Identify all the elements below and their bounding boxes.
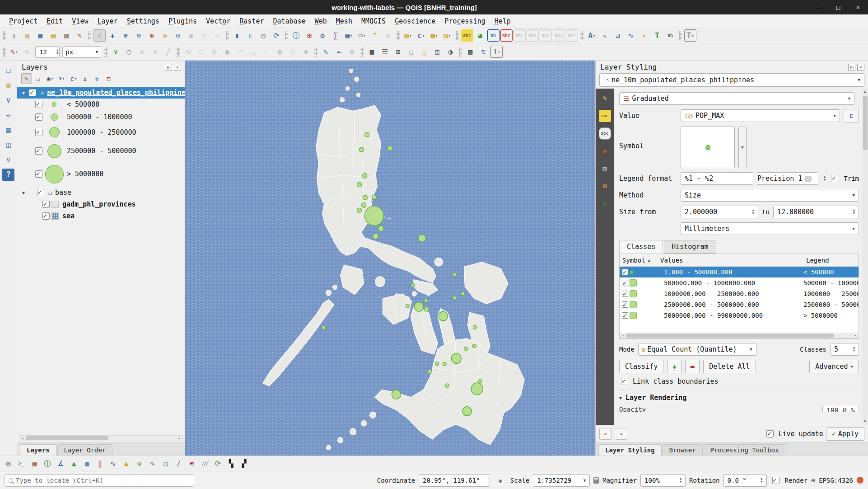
menu-mmqgis[interactable]: MMQGIS (357, 16, 390, 27)
layer-item-gadm-provinces[interactable]: gadm_phl_provinces (17, 198, 185, 210)
cut-features-icon[interactable]: ✕ (149, 46, 161, 58)
trim-extend-icon[interactable]: ◜ (261, 46, 273, 58)
size-unit-combo[interactable]: Millimeters ▼ (681, 222, 859, 235)
tab-classes[interactable]: Classes (619, 240, 663, 254)
toggle-editing-icon[interactable]: ✎ (21, 46, 33, 58)
line-annotation-icon[interactable]: ∿ (625, 29, 637, 42)
menu-plugins[interactable]: Plugins (164, 16, 201, 27)
layer-group-base[interactable]: ▼ ❏ base (17, 187, 185, 198)
zoom-next-icon[interactable]: ↷ (211, 29, 224, 42)
statistics-icon[interactable]: ⊞ (303, 29, 316, 42)
size-from-spinbox[interactable]: 2.000000 ▲▼ (681, 206, 758, 218)
zoom-full-icon[interactable]: ⊛ (146, 29, 158, 42)
add-class-button[interactable]: ✚ (667, 360, 681, 373)
mode-combo[interactable]: ▥ Equal Count (Quantile) ▼ (638, 343, 756, 356)
pin-labels-icon[interactable]: ab (487, 29, 499, 42)
hatch-lines-icon[interactable]: ∕∕∕ (199, 457, 211, 470)
layer-labeling-icon[interactable]: abc (461, 29, 473, 42)
info-tool-icon[interactable]: ⓘ (42, 457, 54, 470)
reshape-features-icon[interactable]: ◡ (247, 46, 260, 58)
float-panel-icon[interactable]: ◱ (848, 64, 855, 71)
delete-all-button[interactable]: Delete All (703, 360, 756, 373)
scroll-right-icon[interactable]: ▸ (852, 334, 859, 338)
precision-spinbox[interactable]: Precision 1 ✕ (757, 172, 818, 185)
expand-all-icon[interactable]: ⇊ (80, 73, 91, 84)
scale-combo[interactable]: 1:7352729▼ (533, 474, 590, 487)
toolbar-handle[interactable] (88, 31, 91, 40)
geoscience-tool-icon[interactable]: ▲ (120, 457, 132, 470)
vertex-tool-icon[interactable]: ✎ (320, 46, 332, 58)
add-layer-icon[interactable]: ❏ (2, 64, 14, 76)
collapse-caret-icon[interactable]: ▼ (20, 90, 27, 95)
locator-search[interactable] (5, 474, 194, 487)
azimuth-icon[interactable]: ∕ (173, 457, 185, 470)
magnifier-spinbox[interactable]: 100%▲▼ (640, 474, 686, 487)
menu-web[interactable]: Web (310, 16, 331, 27)
legend-class-row[interactable]: 500000 - 1000000 (17, 110, 185, 124)
rotate-label-icon[interactable]: abc (527, 29, 539, 42)
menu-layer[interactable]: Layer (93, 16, 122, 27)
remove-class-button[interactable]: ▬ (685, 360, 700, 373)
decoration-icon[interactable]: ☰ (379, 46, 391, 58)
delete-ring-icon[interactable]: ◍ (274, 46, 286, 58)
toolbar-handle[interactable] (397, 31, 400, 40)
lock-scale-icon[interactable] (593, 480, 599, 484)
class-checkbox[interactable] (622, 280, 628, 286)
add-virtual-layer-icon[interactable]: ◫ (2, 139, 14, 151)
legend-class-row[interactable]: > 5000000 (17, 161, 185, 187)
mesh-calculator-icon[interactable]: ≋ (477, 46, 490, 58)
marker-annotation-icon[interactable]: ✦ (638, 29, 650, 42)
tab-processing-toolbox[interactable]: Processing Toolbox (704, 444, 786, 456)
close-panel-icon[interactable]: ✕ (174, 64, 181, 71)
close-panel-icon[interactable]: ✕ (857, 64, 864, 71)
layer-visibility-checkbox[interactable] (42, 201, 50, 208)
select-by-value-icon[interactable]: ▨▾ (441, 29, 453, 42)
delete-part-icon[interactable]: ◌ (287, 46, 299, 58)
mask-icon[interactable]: ▨ (599, 163, 611, 175)
scroll-up-icon[interactable]: ▲ (864, 89, 866, 95)
filter-expression-icon[interactable]: ε▾ (68, 73, 79, 84)
polygon-annotation-icon[interactable]: ⊿ (612, 29, 624, 42)
delete-selected-icon[interactable]: ✕ (136, 46, 148, 58)
label-size-spinbox[interactable]: 12 ▲▼ (35, 46, 60, 58)
map-tips-icon[interactable]: ❞ (369, 29, 381, 42)
add-raster-layer-icon[interactable]: ◍ (2, 79, 14, 91)
move-label-icon[interactable]: abc (513, 29, 526, 42)
legend-class-row[interactable]: < 500000 (17, 99, 185, 110)
class-visibility-checkbox[interactable] (35, 113, 42, 121)
collapse-all-icon[interactable]: ⇈ (92, 73, 103, 84)
messages-icon[interactable] (857, 477, 863, 484)
map-3d-icon[interactable]: ◫ (431, 46, 443, 58)
tab-browser[interactable]: Browser (663, 444, 703, 456)
tab-layers[interactable]: Layers (20, 444, 56, 456)
refresh-map-icon[interactable]: ⟳ (271, 29, 283, 42)
render-checkbox[interactable] (772, 477, 779, 484)
add-mesh-layer-icon[interactable]: ▦ (2, 124, 14, 136)
toolbar-handle[interactable] (285, 31, 288, 40)
layer-diagram-icon[interactable]: ◕ (474, 29, 486, 42)
styling-vertical-scrollbar[interactable]: ▲ ▼ (862, 89, 868, 425)
method-combo[interactable]: Size ▼ (681, 189, 859, 202)
bw-checker2-icon[interactable]: ▞ (238, 457, 250, 470)
menu-processing[interactable]: Processing (440, 16, 490, 27)
locator-input[interactable] (16, 477, 190, 484)
zoom-misc-icon[interactable]: ⊙ (382, 29, 394, 42)
coordinate-field[interactable]: 20.95°, 119.61° (419, 474, 490, 487)
labels-icon[interactable]: abc (599, 110, 611, 122)
legend-format-input[interactable]: %1 - %2 (681, 172, 753, 185)
trim-checkbox[interactable] (831, 175, 838, 182)
identify-features-icon[interactable]: ⓘ (290, 29, 303, 42)
spin-arrows-icon[interactable]: ▲▼ (824, 175, 826, 182)
curved-label-icon[interactable]: abc (553, 29, 565, 42)
toolbar-handle[interactable] (456, 31, 459, 40)
class-row[interactable]: 5000000.000 - 99000000.000 > 5000000 (620, 310, 859, 321)
class-visibility-checkbox[interactable] (35, 147, 42, 155)
class-visibility-checkbox[interactable] (35, 101, 42, 108)
collapse-triangle-icon[interactable]: ▼ (619, 395, 622, 400)
label-properties-icon[interactable]: abc (566, 29, 578, 42)
merge-features-icon[interactable]: ⊗ (300, 46, 312, 58)
view-3d-icon[interactable]: ◆ (599, 145, 611, 157)
layer-visibility-checkbox[interactable] (29, 89, 36, 96)
tab-histogram[interactable]: Histogram (664, 240, 716, 254)
value-field-combo[interactable]: 123 POP_MAX ▼ (681, 109, 840, 122)
